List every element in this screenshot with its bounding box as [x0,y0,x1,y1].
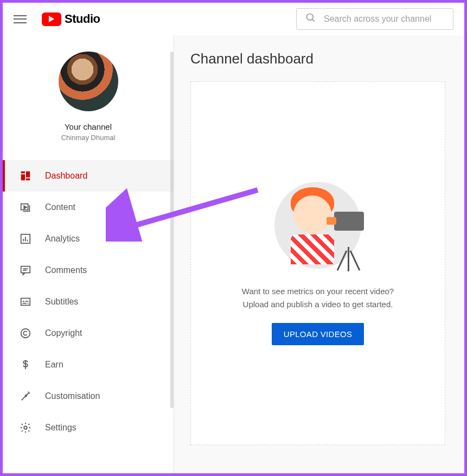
sidebar-item-label: Settings [45,423,76,433]
earn-icon [19,358,32,371]
channel-name: Chinmay Dhumal [61,134,116,142]
header: Studio Search across your channel [3,3,464,35]
svg-marker-7 [24,206,27,209]
sidebar-item-label: Content [45,202,75,212]
main-content: Channel dashboard Want to see metrics on… [174,35,464,473]
sidebar-item-label: Earn [45,360,63,370]
sidebar-item-copyright[interactable]: Copyright [3,318,174,349]
sidebar-item-analytics[interactable]: Analytics [3,223,174,255]
svg-point-20 [21,329,30,338]
sidebar-item-label: Comments [45,265,87,275]
copyright-icon [19,327,32,340]
sidebar-item-dashboard[interactable]: Dashboard [3,160,174,192]
search-input[interactable]: Search across your channel [296,8,453,30]
prompt-line: Upload and publish a video to get starte… [242,298,394,311]
svg-point-0 [307,14,314,20]
svg-point-22 [24,426,27,429]
upload-card: Want to see metrics on your recent video… [190,81,445,445]
sidebar-item-subtitles[interactable]: Subtitles [3,286,174,318]
your-channel-label: Your channel [65,122,112,131]
sidebar-item-label: Dashboard [45,171,87,181]
prompt-line: Want to see metrics on your recent video… [242,285,394,298]
hamburger-menu[interactable] [14,12,27,26]
sidebar-item-content[interactable]: Content [3,192,174,223]
svg-rect-3 [21,174,25,180]
sidebar-item-label: Customisation [45,391,100,401]
customisation-icon [19,390,32,403]
sidebar-item-settings[interactable]: Settings [3,412,174,443]
subtitles-icon [19,295,32,308]
svg-point-21 [25,395,27,397]
dashboard-icon [19,169,32,182]
comments-icon [19,264,32,277]
analytics-icon [19,232,32,245]
content-icon [19,201,32,214]
sidebar-item-label: Copyright [45,328,82,338]
studio-wordmark: Studio [65,12,100,26]
avatar[interactable] [59,52,118,111]
settings-icon [19,421,32,434]
svg-rect-12 [21,266,30,273]
svg-rect-4 [26,172,30,177]
youtube-studio-logo[interactable]: Studio [42,12,100,26]
sidebar-item-earn[interactable]: Earn [3,349,174,380]
upload-prompt: Want to see metrics on your recent video… [242,285,394,311]
svg-line-1 [312,19,315,21]
upload-illustration [274,182,361,269]
sidebar-item-label: Subtitles [45,297,78,307]
upload-videos-button[interactable]: UPLOAD VIDEOS [272,323,364,345]
sidebar-item-customisation[interactable]: Customisation [3,380,174,412]
sidebar-item-comments[interactable]: Comments [3,255,174,286]
channel-info: Your channel Chinmay Dhumal [3,52,174,142]
youtube-icon [42,12,61,26]
sidebar-item-label: Analytics [45,234,80,244]
page-title: Channel dashboard [190,50,448,67]
svg-rect-5 [26,179,30,181]
sidebar: Your channel Chinmay Dhumal Dashboard Co… [3,35,174,473]
svg-rect-2 [21,172,25,174]
search-placeholder: Search across your channel [324,14,431,24]
search-icon [305,12,316,26]
